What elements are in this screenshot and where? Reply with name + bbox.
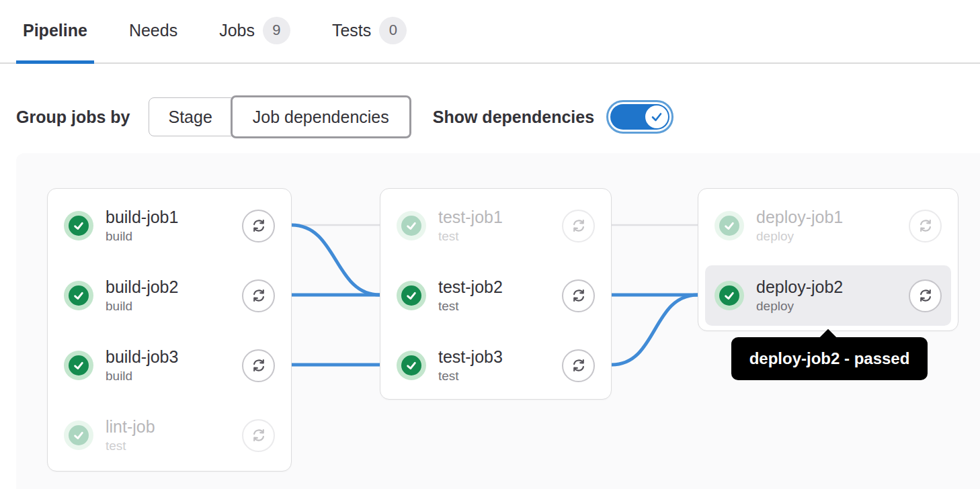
tab-jobs[interactable]: Jobs 9 — [212, 0, 297, 64]
tab-needs[interactable]: Needs — [122, 0, 184, 64]
status-success-icon — [64, 211, 93, 240]
group-by-segmented-control: Stage Job dependencies — [149, 95, 411, 138]
retry-icon — [570, 357, 587, 374]
tab-pipeline-label: Pipeline — [23, 21, 87, 40]
link-build-job1-test-job2 — [292, 225, 380, 295]
graph-controls: Group jobs by Stage Job dependencies Sho… — [16, 95, 980, 139]
status-success-icon — [64, 420, 93, 450]
job-row-build-job3[interactable]: build-job3 build — [54, 335, 284, 396]
retry-job-button[interactable] — [909, 279, 942, 312]
group-jobs-by-label: Group jobs by — [16, 107, 130, 127]
job-stage-label: build — [106, 299, 178, 314]
job-row-deploy-job1[interactable]: deploy-job1 deploy — [705, 195, 951, 256]
job-stage-label: deploy — [756, 299, 843, 314]
job-row-lint-job[interactable]: lint-job test — [54, 405, 284, 465]
tab-tests-label: Tests — [332, 21, 371, 40]
status-success-icon — [397, 351, 426, 380]
pipeline-graph: build-job1 build build-job2 build — [16, 153, 980, 489]
retry-icon — [250, 217, 268, 234]
status-success-icon — [714, 281, 744, 310]
tests-count-badge: 0 — [379, 17, 407, 44]
tab-needs-label: Needs — [129, 21, 177, 40]
job-row-test-job3[interactable]: test-job3 test — [387, 335, 604, 396]
job-row-test-job2[interactable]: test-job2 test — [387, 265, 604, 326]
job-name-link[interactable]: lint-job — [106, 417, 155, 437]
job-stage-label: test — [438, 299, 503, 314]
status-success-icon — [64, 351, 93, 380]
retry-job-button[interactable] — [242, 349, 275, 382]
retry-icon — [250, 427, 268, 444]
job-row-build-job2[interactable]: build-job2 build — [54, 265, 284, 326]
retry-job-button[interactable] — [909, 210, 942, 242]
job-name-link[interactable]: test-job2 — [438, 277, 503, 297]
tooltip-text: deploy-job2 - passed — [749, 349, 910, 368]
tab-jobs-label: Jobs — [219, 21, 255, 40]
status-success-icon — [397, 211, 426, 240]
job-name-link[interactable]: test-job1 — [438, 208, 503, 227]
status-success-icon — [397, 281, 426, 310]
link-test-job3-deploy-job2 — [612, 295, 698, 365]
job-tooltip: deploy-job2 - passed — [731, 337, 928, 380]
job-name-link[interactable]: build-job2 — [106, 277, 178, 297]
job-stage-label: test — [106, 439, 155, 453]
job-row-deploy-job2[interactable]: deploy-job2 deploy — [705, 265, 951, 326]
retry-job-button[interactable] — [242, 210, 275, 242]
group-by-job-dependencies-button[interactable]: Job dependencies — [231, 95, 411, 138]
retry-job-button[interactable] — [562, 349, 595, 382]
retry-icon — [570, 217, 587, 234]
tab-tests[interactable]: Tests 0 — [325, 0, 413, 64]
jobs-count-badge: 9 — [263, 17, 290, 44]
job-stage-label: deploy — [756, 229, 843, 244]
job-row-test-job1[interactable]: test-job1 test — [387, 195, 604, 256]
retry-icon — [917, 287, 934, 304]
tab-pipeline[interactable]: Pipeline — [16, 0, 94, 64]
job-name-link[interactable]: deploy-job2 — [756, 277, 843, 297]
job-stage-label: test — [438, 229, 503, 244]
toggle-track — [610, 104, 669, 130]
toggle-check-icon — [650, 110, 663, 124]
job-name-link[interactable]: test-job3 — [438, 347, 503, 367]
show-dependencies-label: Show dependencies — [433, 107, 594, 127]
retry-job-button[interactable] — [562, 210, 595, 242]
retry-job-button[interactable] — [242, 419, 275, 452]
job-name-link[interactable]: deploy-job1 — [756, 208, 843, 227]
job-group-test: test-job1 test test-job2 test — [380, 188, 612, 400]
job-stage-label: build — [106, 229, 178, 244]
retry-icon — [250, 357, 268, 374]
job-stage-label: build — [106, 369, 178, 384]
job-group-deploy: deploy-job1 deploy deploy-job2 deploy — [698, 188, 958, 331]
status-success-icon — [714, 211, 744, 240]
job-name-link[interactable]: build-job3 — [106, 347, 178, 367]
job-stage-label: test — [438, 369, 503, 384]
retry-icon — [250, 287, 268, 304]
pipeline-tabbar: Pipeline Needs Jobs 9 Tests 0 — [0, 0, 980, 64]
status-success-icon — [64, 281, 93, 310]
show-dependencies-toggle[interactable] — [606, 100, 673, 134]
job-name-link[interactable]: build-job1 — [106, 208, 178, 227]
retry-icon — [570, 287, 587, 304]
retry-job-button[interactable] — [562, 279, 595, 312]
job-row-build-job1[interactable]: build-job1 build — [54, 195, 284, 256]
job-group-build: build-job1 build build-job2 build — [47, 188, 292, 472]
retry-icon — [917, 217, 934, 234]
retry-job-button[interactable] — [242, 279, 275, 312]
group-by-stage-button[interactable]: Stage — [149, 97, 231, 136]
toggle-knob — [645, 105, 668, 128]
